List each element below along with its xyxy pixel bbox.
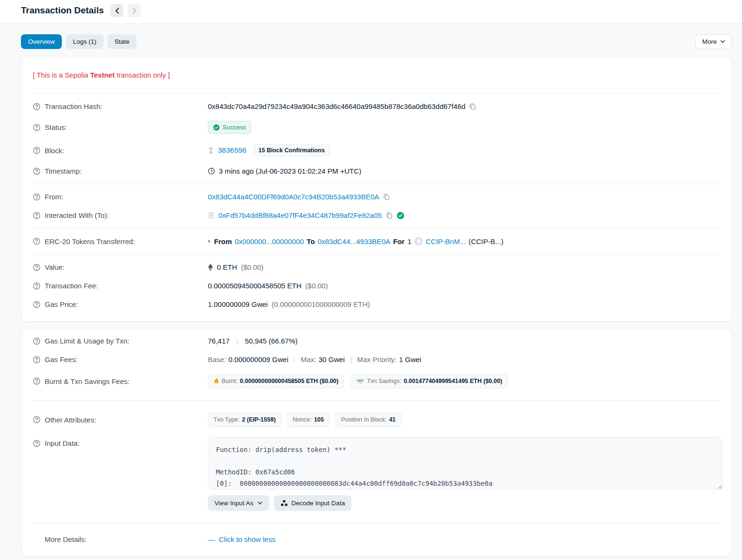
base-fee-value: 0.000000009 Gwei	[228, 355, 288, 364]
txn-type-badge: Txn Type: 2 (EIP-1559)	[208, 413, 282, 427]
warning-text-suffix: transaction only ]	[115, 71, 170, 79]
token-logo-icon	[414, 237, 423, 246]
chevron-down-icon	[257, 501, 263, 505]
help-icon[interactable]	[33, 416, 40, 423]
divider	[33, 228, 720, 228]
transfer-for-label: For	[393, 237, 404, 246]
other-attributes-label: Other Attributes:	[45, 416, 96, 424]
copy-icon[interactable]	[469, 103, 476, 110]
gas-price-eth: (0.000000001000000009 ETH)	[272, 300, 370, 308]
max-priority-fee-label: Max Priority:	[357, 355, 397, 364]
txn-type-value: 2 (EIP-1559)	[242, 416, 276, 423]
help-icon[interactable]	[33, 193, 40, 201]
row-erc20-transfers: ERC-20 Tokens Transferred: From 0x000000…	[33, 232, 720, 251]
txn-type-label: Txn Type:	[214, 416, 240, 423]
txn-savings-value: 0.001477404999541495 ETH ($0.00)	[404, 378, 502, 384]
burnt-label: Burnt:	[222, 378, 237, 384]
block-label: Block:	[45, 147, 64, 155]
tab-state[interactable]: State	[107, 34, 137, 49]
value-label: Value:	[45, 263, 64, 271]
transaction-fee-eth: 0.000050945000458505 ETH	[208, 282, 302, 290]
divider	[33, 184, 720, 184]
help-icon[interactable]	[33, 124, 40, 131]
help-icon[interactable]	[33, 167, 40, 175]
from-address-link[interactable]: 0x83dC44a4C00DFf69d0A0c7c94B20b53a4933BE…	[208, 193, 379, 201]
input-data-label: Input Data:	[45, 439, 79, 447]
transfer-from-label: From	[214, 237, 232, 246]
help-icon[interactable]	[33, 103, 40, 110]
nonce-value: 105	[314, 416, 324, 423]
overview-card: [ This is a Sepolia Testnet transaction …	[21, 57, 732, 322]
max-fee-label: Max:	[301, 355, 316, 364]
prev-transaction-button[interactable]	[110, 4, 124, 17]
position-in-block-value: 41	[389, 416, 396, 423]
erc20-transfer-item: From 0x000000...00000000 To 0x83dC44...4…	[208, 237, 720, 246]
more-details-label: More Details:	[45, 535, 87, 543]
view-input-as-button[interactable]: View Input As	[208, 495, 269, 511]
show-less-toggle[interactable]: — Click to show less	[208, 535, 275, 543]
tab-overview[interactable]: Overview	[21, 34, 62, 49]
row-gas-price: Gas Price: 1.000000009 Gwei (0.000000001…	[33, 295, 720, 314]
help-icon[interactable]	[33, 440, 40, 447]
input-data-textarea[interactable]: Function: drip(address token) *** Method…	[208, 437, 722, 490]
decode-input-data-button[interactable]: Decode Input Data	[274, 495, 352, 511]
contract-file-icon	[208, 212, 215, 219]
row-timestamp: Timestamp: 3 mins ago (Jul-06-2023 01:02…	[33, 162, 720, 180]
value-eth: 0 ETH	[217, 263, 237, 271]
nonce-badge: Nonce: 105	[287, 413, 330, 427]
eth-icon	[208, 264, 213, 271]
copy-icon[interactable]	[386, 212, 393, 219]
gas-price-label: Gas Price:	[45, 300, 78, 308]
verified-check-icon	[397, 212, 404, 219]
transaction-hash-value: 0x843dc70a4a29d79234c49a904c363d6c46640a…	[208, 102, 465, 110]
transfer-to-label: To	[307, 237, 315, 246]
help-icon[interactable]	[33, 377, 40, 385]
divider	[33, 254, 720, 255]
check-circle-icon	[213, 124, 220, 131]
next-transaction-button[interactable]	[127, 4, 141, 17]
contract-address-link[interactable]: 0xFd57b4ddBf88a4e07fF4e34C487b99af2Fe82a…	[218, 211, 382, 219]
help-icon[interactable]	[33, 264, 40, 271]
tab-logs[interactable]: Logs (1)	[66, 34, 104, 49]
divider	[33, 93, 720, 94]
details-card: Gas Limit & Usage by Txn: 76,417 | 50,94…	[21, 329, 732, 557]
tabs-row: Overview Logs (1) State More	[21, 24, 732, 57]
burnt-savings-label: Burnt & Txn Savings Fees:	[45, 377, 129, 385]
more-button[interactable]: More	[695, 34, 732, 49]
gas-fees-label: Gas Fees:	[45, 355, 78, 364]
transfer-from-address[interactable]: 0x000000...00000000	[235, 237, 304, 246]
gas-price-gwei: 1.000000009 Gwei	[208, 300, 268, 308]
token-symbol: (CCIP-B...)	[469, 237, 503, 246]
block-number-link[interactable]: 3836596	[218, 146, 246, 155]
separator: |	[234, 337, 241, 345]
transaction-fee-label: Transaction Fee:	[45, 282, 98, 290]
money-wings-icon	[356, 378, 364, 384]
warning-text-prefix: [ This is a Sepolia	[33, 71, 90, 79]
gas-usage-value: 50,945 (66.67%)	[245, 337, 298, 345]
help-icon[interactable]	[33, 282, 40, 290]
position-in-block-badge: Position In Block: 41	[335, 413, 401, 427]
status-label: Status:	[45, 123, 67, 131]
help-icon[interactable]	[33, 212, 40, 219]
help-icon[interactable]	[33, 147, 40, 154]
max-priority-fee-value: 1 Gwei	[399, 355, 421, 364]
help-icon[interactable]	[33, 301, 40, 308]
timestamp-label: Timestamp:	[45, 167, 82, 175]
help-icon[interactable]	[33, 356, 40, 364]
separator: |	[347, 355, 355, 364]
row-other-attributes: Other Attributes: Txn Type: 2 (EIP-1559)…	[33, 407, 720, 432]
copy-icon[interactable]	[383, 193, 390, 200]
show-less-label: Click to show less	[219, 535, 275, 543]
gas-limit-usage-label: Gas Limit & Usage by Txn:	[45, 337, 129, 345]
help-icon[interactable]	[33, 237, 40, 245]
token-name-link[interactable]: CCIP-BnM...	[426, 237, 466, 246]
burnt-value: 0.000000000000458505 ETH ($0.00)	[240, 378, 338, 384]
chevron-right-icon	[132, 8, 137, 14]
triangle-right-icon	[208, 239, 211, 244]
help-icon[interactable]	[33, 337, 40, 345]
warning-text-bold: Testnet	[90, 71, 115, 79]
testnet-warning: [ This is a Sepolia Testnet transaction …	[33, 62, 720, 90]
transfer-to-address[interactable]: 0x83dC44...4933BE0A	[318, 237, 391, 246]
row-burnt-savings: Burnt & Txn Savings Fees: Burnt: 0.00000…	[33, 369, 720, 393]
txn-savings-badge: Txn Savings: 0.001477404999541495 ETH ($…	[351, 374, 508, 388]
